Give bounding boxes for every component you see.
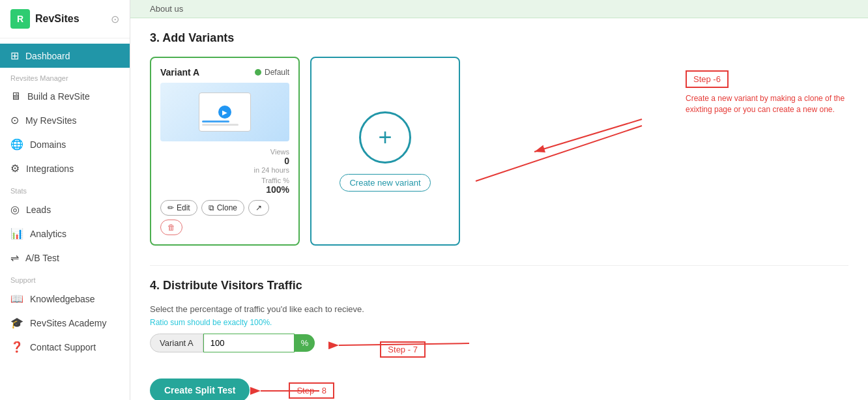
sidebar-item-leads[interactable]: ◎ Leads — [0, 197, 130, 221]
step8-box: Step - 8 — [289, 382, 334, 399]
chart-icon: 📊 — [10, 227, 23, 240]
sidebar-item-label: Leads — [26, 205, 51, 215]
link-icon: ↗ — [255, 203, 262, 212]
main-content: About us 3. Add Variants Variant A Defau… — [130, 0, 868, 400]
sidebar-item-dashboard[interactable]: ⊞ Dashboard — [0, 44, 130, 68]
monitor-icon: 🖥 — [10, 91, 21, 102]
sidebar-item-label: A/B Test — [25, 253, 59, 263]
sidebar-item-label: Analytics — [30, 229, 66, 239]
variant-name: Variant A — [160, 67, 199, 78]
edit-icon: ✏ — [167, 203, 174, 212]
preview-lines — [202, 121, 248, 127]
variant-actions: ✏ Edit ⧉ Clone ↗ 🗑 — [160, 200, 289, 235]
sidebar-item-label: Contact Support — [30, 342, 96, 352]
trash-icon: 🗑 — [167, 223, 175, 232]
pin-icon: ⊙ — [111, 13, 119, 25]
help-icon: ❓ — [10, 341, 23, 353]
sidebar-item-build-revsite[interactable]: 🖥 Build a RevSite — [0, 85, 130, 108]
edit-button[interactable]: ✏ Edit — [160, 200, 197, 216]
sidebar-item-contact-support[interactable]: ❓ Contact Support — [0, 335, 130, 359]
content-area: 3. Add Variants Variant A Default ▶ — [130, 18, 868, 400]
link-button[interactable]: ↗ — [248, 200, 269, 216]
preview-browser: ▶ — [199, 93, 251, 132]
sidebar-item-label: RevSites Academy — [30, 318, 107, 328]
grid-icon: ⊞ — [10, 50, 19, 62]
clone-icon: ⧉ — [209, 203, 214, 212]
variant-card-header: Variant A Default — [160, 67, 289, 78]
top-bar-text: About us — [150, 4, 183, 14]
manager-section-label: Revsites Manager — [0, 68, 130, 85]
create-split-test-button[interactable]: Create Split Test — [150, 379, 250, 400]
step7-annotation: Step - 7 — [380, 341, 426, 358]
sidebar-item-my-revsites[interactable]: ⊙ My RevSites — [0, 108, 130, 132]
percent-symbol: % — [295, 334, 315, 352]
sidebar-item-label: My RevSites — [25, 115, 77, 126]
sidebar-item-label: Knowledgebase — [30, 294, 95, 304]
leads-icon: ◎ — [10, 203, 20, 216]
stats-section-label: Stats — [0, 180, 130, 197]
variant-a-card: Variant A Default ▶ — [150, 57, 300, 246]
sidebar-item-label: Build a RevSite — [27, 91, 90, 102]
section4: 4. Distribute Visitors Traffic Select th… — [150, 265, 848, 400]
app-name: RevSites — [35, 13, 80, 25]
step6-desc: Create a new variant by making a clone o… — [686, 93, 855, 115]
step6-annotation: Step -6 Create a new variant by making a… — [686, 70, 855, 115]
in-24-hours-label: in 24 hours — [254, 166, 289, 174]
traffic-row: Variant A % — [150, 334, 315, 352]
section3-title: 3. Add Variants — [150, 31, 848, 45]
variant-a-label: Variant A — [150, 334, 203, 352]
sidebar-item-analytics[interactable]: 📊 Analytics — [0, 221, 130, 246]
clone-button[interactable]: ⧉ Clone — [201, 200, 244, 216]
logo-letter: R — [17, 14, 23, 24]
top-bar: About us — [130, 0, 868, 18]
traffic-label: Traffic % — [261, 177, 289, 184]
sidebar-item-ab-test[interactable]: ⇌ A/B Test — [0, 246, 130, 270]
gear-icon: ⚙ — [10, 162, 20, 175]
sidebar: R RevSites ⊙ ⊞ Dashboard Revsites Manage… — [0, 0, 130, 400]
ratio-hint: Ratio sum should be exaclty 100%. — [150, 318, 848, 327]
variant-preview: ▶ — [160, 83, 289, 141]
preview-play-icon: ▶ — [218, 106, 231, 119]
globe-icon: 🌐 — [10, 138, 23, 150]
circle-icon: ⊙ — [10, 114, 19, 126]
section4-title: 4. Distribute Visitors Traffic — [150, 279, 848, 293]
preview-line-blue — [202, 121, 229, 122]
traffic-input[interactable] — [203, 334, 295, 352]
default-label: Default — [265, 68, 289, 77]
delete-button[interactable]: 🗑 — [160, 220, 182, 235]
green-dot-icon — [255, 69, 261, 76]
sidebar-item-knowledgebase[interactable]: 📖 Knowledgebase — [0, 287, 130, 311]
logo-icon: R — [10, 9, 30, 29]
default-badge: Default — [255, 68, 289, 77]
create-new-variant-button[interactable]: Create new variant — [340, 174, 430, 192]
step8-annotation: Step - 8 — [289, 382, 334, 399]
ab-icon: ⇌ — [10, 251, 19, 264]
step6-box: Step -6 — [686, 70, 729, 88]
step7-box: Step - 7 — [380, 341, 426, 358]
support-section-label: Support — [0, 270, 130, 287]
views-label: Views — [270, 148, 289, 156]
new-variant-card[interactable]: + Create new variant — [310, 57, 460, 246]
traffic-value: 100% — [266, 184, 289, 195]
preview-line-gray — [202, 124, 239, 126]
sidebar-item-domains[interactable]: 🌐 Domains — [0, 132, 130, 156]
plus-circle-icon: + — [359, 111, 411, 164]
sidebar-item-label: Dashboard — [25, 51, 70, 61]
views-value: 0 — [284, 156, 289, 166]
variant-stats: Views 0 in 24 hours Traffic % 100% — [160, 148, 289, 195]
academy-icon: 🎓 — [10, 317, 23, 329]
sidebar-logo: R RevSites ⊙ — [0, 0, 130, 38]
sidebar-nav: ⊞ Dashboard Revsites Manager 🖥 Build a R… — [0, 38, 130, 400]
sidebar-item-integrations[interactable]: ⚙ Integrations — [0, 156, 130, 180]
book-icon: 📖 — [10, 293, 23, 305]
section4-subtitle: Select the percentage of traffic you'd l… — [150, 304, 848, 314]
sidebar-item-revsites-academy[interactable]: 🎓 RevSites Academy — [0, 311, 130, 335]
sidebar-item-label: Domains — [30, 139, 66, 150]
sidebar-item-label: Integrations — [26, 164, 74, 174]
